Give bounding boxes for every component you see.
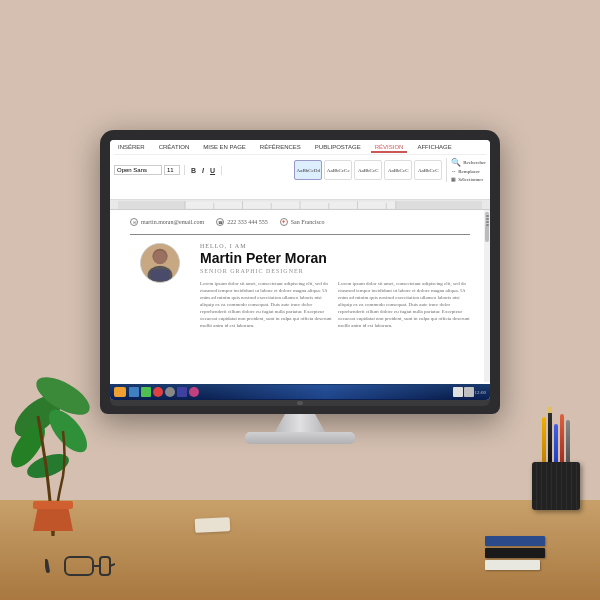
ribbon-tab-misepage[interactable]: MISE EN PAGE xyxy=(199,143,250,153)
pencil-4 xyxy=(560,414,564,462)
book-1 xyxy=(485,536,545,546)
resume-photo xyxy=(140,243,180,283)
taskbar-icon-1[interactable] xyxy=(129,387,139,397)
hello-label: HELLO, I AM xyxy=(200,243,470,249)
pencil-1 xyxy=(542,417,546,462)
font-select[interactable]: Open Sans xyxy=(114,165,162,175)
book-2 xyxy=(485,548,545,558)
ribbon-tab-inserer[interactable]: INSÉRER xyxy=(114,143,149,153)
glasses xyxy=(45,551,115,580)
taskbar-icon-6[interactable] xyxy=(189,387,199,397)
resume-title: SENIOR GRAPHIC DESIGNER xyxy=(200,268,470,274)
word-ribbon: INSÉRER CRÉATION MISE EN PAGE RÉFÉRENCES… xyxy=(110,140,490,200)
svg-rect-22 xyxy=(45,559,50,573)
taskbar: 12:00 xyxy=(110,384,490,400)
style-box-3[interactable]: AaBbCcC xyxy=(384,160,412,180)
contact-location: 📍 San Francisco xyxy=(280,218,325,226)
cup-body xyxy=(532,462,580,510)
resume-divider xyxy=(130,234,470,235)
monitor-bezel: INSÉRER CRÉATION MISE EN PAGE RÉFÉRENCES… xyxy=(100,130,500,414)
resume-lorem-2: Lorem ipsum dolor sit amet, consectetaur… xyxy=(338,280,470,329)
ribbon-tabs: INSÉRER CRÉATION MISE EN PAGE RÉFÉRENCES… xyxy=(114,142,486,155)
scroll-bar[interactable] xyxy=(484,210,490,382)
ribbon-tab-references[interactable]: RÉFÉRENCES xyxy=(256,143,305,153)
underline-button[interactable]: U xyxy=(208,166,217,175)
taskbar-icon-4[interactable] xyxy=(165,387,175,397)
ruler xyxy=(110,200,490,210)
page: Everything you see in the resume templat… xyxy=(0,0,600,600)
italic-button[interactable]: I xyxy=(200,166,206,175)
book-3 xyxy=(485,560,540,570)
resume-content: HELLO, I AM Martin Peter Moran SENIOR GR… xyxy=(130,243,470,329)
email-icon: ✉ xyxy=(130,218,138,226)
pencil-3 xyxy=(554,424,558,462)
ribbon-controls: Open Sans 11 B I U AaBbCcDd AaBbCcCc xyxy=(114,155,486,184)
taskbar-start[interactable] xyxy=(114,387,126,397)
style-box-1[interactable]: AaBbCcCc xyxy=(324,160,352,180)
ribbon-style-boxes: AaBbCcDd AaBbCcCc AaBbCcC AaBbCcC AaBbCc… xyxy=(294,160,442,180)
ribbon-tab-affichage[interactable]: AFFICHAGE xyxy=(413,143,455,153)
monitor-stand-base xyxy=(245,432,355,444)
style-box-0[interactable]: AaBbCcDd xyxy=(294,160,322,180)
taskbar-icon-5[interactable] xyxy=(177,387,187,397)
taskbar-icon-2[interactable] xyxy=(141,387,151,397)
monitor-chin xyxy=(110,400,490,406)
svg-rect-23 xyxy=(65,557,93,575)
taskbar-sys-2[interactable] xyxy=(464,387,474,397)
svg-rect-21 xyxy=(151,270,170,281)
svg-rect-5 xyxy=(33,501,73,509)
resume-lorem-1: Lorem ipsum dolor sit amet, consectetaur… xyxy=(200,280,332,329)
resume-name: Martin Peter Moran xyxy=(200,251,470,266)
pencil-2 xyxy=(548,407,552,462)
resume-contact-bar: ✉ martin.moran@email.com ☎ 222 333 444 5… xyxy=(130,218,470,226)
taskbar-center xyxy=(205,385,447,399)
find-item-search[interactable]: 🔍 Rechercher xyxy=(451,158,486,167)
find-item-select[interactable]: ▦ Sélectionner xyxy=(451,176,486,182)
ribbon-tab-revision[interactable]: RÉVISION xyxy=(371,143,408,153)
monitor-stand-neck xyxy=(275,414,325,432)
taskbar-icon-3[interactable] xyxy=(153,387,163,397)
pencil-cup xyxy=(532,407,580,510)
bold-button[interactable]: B xyxy=(189,166,198,175)
contact-email: ✉ martin.moran@email.com xyxy=(130,218,204,226)
ribbon-tab-publipostage[interactable]: PUBLIPOSTAGE xyxy=(311,143,365,153)
style-box-2[interactable]: AaBbCcC xyxy=(354,160,382,180)
svg-rect-25 xyxy=(100,557,110,575)
font-size[interactable]: 11 xyxy=(164,165,180,175)
plant xyxy=(8,336,98,540)
phone-icon: ☎ xyxy=(216,218,224,226)
taskbar-sys-1[interactable] xyxy=(453,387,463,397)
style-box-4[interactable]: AaBbCcC xyxy=(414,160,442,180)
location-icon: 📍 xyxy=(280,218,288,226)
ribbon-tab-creation[interactable]: CRÉATION xyxy=(155,143,194,153)
resume-left-col xyxy=(130,243,190,329)
notebook-stack xyxy=(485,536,545,570)
resume-main-col: HELLO, I AM Martin Peter Moran SENIOR GR… xyxy=(200,243,470,329)
find-area: 🔍 Rechercher ↔ Remplacer ▦ Sélectionner xyxy=(446,158,486,182)
camera-dot xyxy=(297,401,303,405)
monitor-screen: INSÉRER CRÉATION MISE EN PAGE RÉFÉRENCES… xyxy=(110,140,490,400)
monitor-area: INSÉRER CRÉATION MISE EN PAGE RÉFÉRENCES… xyxy=(100,130,500,444)
eraser xyxy=(195,517,231,533)
taskbar-time: 12:00 xyxy=(475,390,486,395)
pencil-5 xyxy=(566,420,570,462)
doc-body: ✉ martin.moran@email.com ☎ 222 333 444 5… xyxy=(110,210,490,382)
svg-point-19 xyxy=(153,251,166,264)
find-item-replace[interactable]: ↔ Remplacer xyxy=(451,169,486,174)
svg-rect-7 xyxy=(185,201,396,209)
contact-phone: ☎ 222 333 444 555 xyxy=(216,218,268,226)
